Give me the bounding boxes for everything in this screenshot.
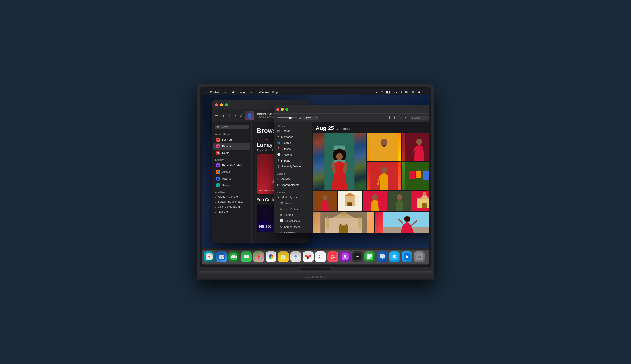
svg-point-11 (380, 139, 387, 146)
info-button[interactable]: ℹ (388, 116, 391, 120)
days-dropdown[interactable]: Days Months Years (303, 116, 319, 120)
photo-row3-1[interactable] (313, 212, 374, 233)
photos-sidebar-animated[interactable]: ◈ Animated (275, 230, 311, 233)
photos-sidebar-places[interactable]: 📍 Places (275, 146, 311, 152)
menu-view[interactable]: View (250, 91, 256, 94)
playlist-a-day[interactable]: ♪ A Day In the Life (212, 194, 251, 199)
photo-man-yellow[interactable] (367, 134, 401, 161)
dock-numbers[interactable] (364, 251, 375, 262)
artists-label: Artists (222, 170, 230, 174)
control-center-icon[interactable]: ☰ (423, 91, 426, 94)
menu-window[interactable]: Window (259, 91, 269, 94)
dock-photos[interactable] (266, 251, 276, 262)
dock-separator (427, 252, 427, 261)
photos-sidebar-shared-albums[interactable]: ▶ Shared Albums (275, 182, 311, 188)
apple-logo-icon[interactable]:  (205, 90, 207, 94)
sidebar-item-songs[interactable]: ♫ Songs (213, 182, 250, 188)
photo-row3-2[interactable] (375, 212, 429, 233)
dock-sysprefs[interactable] (414, 251, 425, 262)
dock-contacts[interactable] (290, 251, 301, 262)
dock-iphoto[interactable] (389, 251, 400, 262)
apple-music-section-label: Apple Music (212, 131, 251, 136)
sidebar-item-browse[interactable]: ♪ Browse (213, 143, 250, 150)
shuffle-button[interactable]: ⇌ (215, 114, 218, 118)
sidebar-item-for-you[interactable]: ♥ For You (213, 136, 250, 143)
photos-search-input[interactable] (410, 116, 429, 120)
sidebar-item-artists[interactable]: 👤 Artists (213, 169, 250, 175)
menu-image[interactable]: Image (239, 91, 246, 94)
photo-row2-5[interactable] (412, 191, 429, 211)
playlist-optimus[interactable]: ♪ Optimus Metallum (212, 204, 251, 209)
svg-rect-42 (358, 219, 361, 228)
recently-added-icon: ⊕ (216, 163, 220, 167)
photos-sidebar-live-photos[interactable]: ◎ Live Photos (275, 206, 311, 212)
photo-row2-1[interactable] (313, 191, 337, 211)
menu-edit[interactable]: Edit (230, 91, 235, 94)
sidebar-item-recently-added[interactable]: ⊕ Recently Added (213, 162, 250, 168)
dock-appletv[interactable]: tv (352, 251, 363, 262)
dock-appstore[interactable] (402, 251, 412, 262)
shared-albums-icon: ▶ (277, 183, 279, 186)
pause-button[interactable]: ⏸ (227, 113, 231, 118)
photo-row2-4[interactable] (387, 191, 411, 211)
svg-point-77 (294, 255, 297, 258)
photos-sidebar-media-types[interactable]: ▼ Media Types (275, 194, 311, 200)
menu-file[interactable]: File (223, 91, 227, 94)
days-dropdown-wrap[interactable]: Days Months Years ▾ (303, 116, 319, 120)
dock-music[interactable] (327, 251, 338, 262)
playlist-rap-life[interactable]: ♪ Rap Life (212, 209, 251, 214)
prev-button[interactable]: ⏮ (221, 114, 224, 118)
rotate-button[interactable]: ↩ (404, 116, 408, 120)
sidebar-item-radio[interactable]: 📡 Radio (213, 150, 250, 156)
playlist-better[interactable]: ♪ Better: The Ultimate... (212, 199, 251, 204)
dock-facetime[interactable] (229, 251, 239, 262)
photos-minimize-button[interactable] (281, 108, 284, 111)
dock-reminders[interactable] (315, 251, 326, 262)
search-menubar-icon[interactable]: 🔍 (411, 91, 415, 94)
dock-notes[interactable] (278, 251, 289, 262)
photos-sidebar-recently-deleted[interactable]: 🗑 Recently Deleted (275, 164, 311, 169)
photos-sidebar-photos[interactable]: 🖼 Photos (275, 128, 311, 134)
photo-mid-right-1[interactable] (367, 162, 401, 190)
photos-sidebar-screenshots[interactable]: ⬜ Screenshots (275, 218, 311, 224)
photo-mid-right-2[interactable] (402, 162, 429, 190)
zoom-button[interactable] (225, 103, 228, 106)
dock-safari[interactable] (204, 251, 215, 262)
close-button[interactable] (215, 103, 218, 106)
dock-mail[interactable] (216, 251, 227, 262)
music-search-wrap[interactable]: 🔍 Search (215, 124, 249, 129)
minimize-button[interactable] (220, 103, 223, 106)
photos-sidebar-videos[interactable]: 🎬 Videos (275, 200, 311, 206)
heart-button[interactable]: ♡ (398, 116, 402, 120)
sidebar-item-albums[interactable]: ⊞ Albums (213, 176, 250, 182)
dock-podcasts[interactable] (340, 251, 351, 262)
zoom-slider[interactable] (277, 118, 297, 118)
photos-sidebar-portrait[interactable]: ◉ Portrait (275, 212, 311, 218)
repeat-button[interactable]: ↺ (239, 114, 242, 118)
photo-woman-sari[interactable] (402, 134, 429, 161)
photos-sidebar-people[interactable]: 👥 People (275, 140, 311, 146)
dock-calendar[interactable]: OCT 10 (303, 251, 314, 262)
photos-zoom-button[interactable] (285, 108, 288, 111)
dock-messages[interactable] (241, 251, 252, 262)
menu-help[interactable]: Help (272, 91, 278, 94)
photos-sidebar-memories[interactable]: ✦ Memories (275, 134, 311, 140)
svg-rect-83 (317, 253, 324, 260)
next-button[interactable]: ⏭ (233, 114, 237, 118)
photo-woman-red[interactable] (313, 134, 366, 190)
photo-row2-3[interactable] (363, 191, 387, 211)
share-button[interactable]: ⬆ (393, 116, 396, 120)
photos-sidebar-screen-rec[interactable]: ⊙ Screen Recor... (275, 224, 311, 230)
menu-photos[interactable]: Photos (210, 91, 219, 94)
photos-close-button[interactable] (276, 108, 279, 111)
siri-icon[interactable]: ◉ (418, 91, 420, 94)
photos-sidebar-recents[interactable]: 🕐 Recents (275, 152, 311, 158)
photos-sidebar-imports[interactable]: ⬇ Imports (275, 158, 311, 163)
photos-sidebar-activity[interactable]: ♡ Activity (275, 176, 311, 182)
portrait-icon: ◉ (280, 213, 283, 216)
photo-row2-2[interactable] (338, 191, 362, 211)
svg-rect-103 (380, 254, 385, 258)
photos-sidebar: Library 🖼 Photos ✦ Memories (274, 122, 312, 233)
dock-keynote[interactable] (377, 251, 388, 262)
dock-maps[interactable] (253, 251, 264, 262)
